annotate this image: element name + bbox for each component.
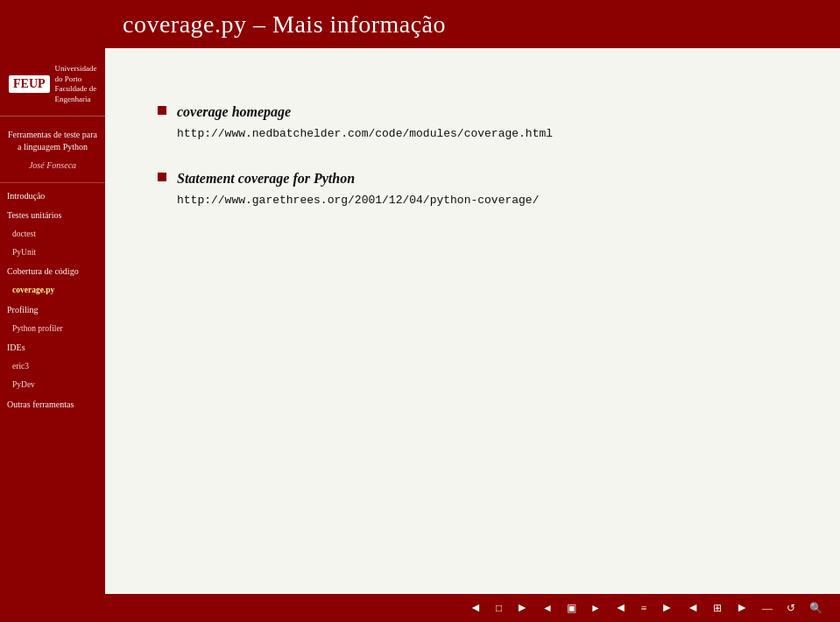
bullet-icon xyxy=(158,173,166,181)
sidebar-item-pydev[interactable]: PyDev xyxy=(0,376,105,394)
bullet-title-1: coverage homepage xyxy=(177,104,291,119)
sidebar: FEUP Universidadedo PortoFaculdade deEng… xyxy=(0,48,105,594)
nav-next-icon: ► xyxy=(660,601,673,615)
bullet-content-1: coverage homepage http://www.nedbatcheld… xyxy=(177,101,553,143)
nav-prev-prev-icon: ◄ xyxy=(469,601,482,615)
nav-reset[interactable]: ↺ xyxy=(783,600,799,617)
sidebar-item-pyunit[interactable]: PyUnit xyxy=(0,244,105,262)
nav-frame-icon[interactable]: ▣ xyxy=(563,600,580,617)
logo-box: FEUP xyxy=(9,75,50,93)
nav-next-next[interactable]: ► xyxy=(512,599,532,617)
sidebar-item-outras[interactable]: Outras ferramentas xyxy=(0,395,105,414)
nav-prev2-icon: ◄ xyxy=(687,601,699,615)
list-item: coverage homepage http://www.nedbatcheld… xyxy=(158,101,787,143)
sidebar-item-cobertura[interactable]: Cobertura de código xyxy=(0,262,105,281)
sidebar-item-intro[interactable]: Introdução xyxy=(0,187,105,206)
nav-dash: — xyxy=(759,600,776,617)
nav-prev-icon: ◄ xyxy=(615,601,627,615)
sidebar-item-python-profiler[interactable]: Python profiler xyxy=(0,320,105,338)
dash-icon: — xyxy=(762,602,773,615)
bullet-icon xyxy=(158,106,166,115)
frame-icon: ▣ xyxy=(567,602,576,615)
bullet-list: coverage homepage http://www.nedbatcheld… xyxy=(158,101,787,210)
sidebar-divider xyxy=(0,182,105,183)
sidebar-item-ides[interactable]: IDEs xyxy=(0,338,105,357)
sidebar-item-profiling[interactable]: Profiling xyxy=(0,300,105,320)
sidebar-author: José Fonseca xyxy=(0,159,105,179)
nav-next-next-icon: ► xyxy=(516,601,528,615)
nav-sep1: ◄ xyxy=(539,600,556,617)
nav-prev2[interactable]: ◄ xyxy=(683,599,702,617)
box-icon: □ xyxy=(496,602,502,615)
logo-area: FEUP Universidadedo PortoFaculdade deEng… xyxy=(0,57,105,117)
nav-search[interactable]: 🔍 xyxy=(806,600,826,617)
cols-icon: ⊞ xyxy=(713,602,722,615)
content-area: coverage homepage http://www.nedbatcheld… xyxy=(105,48,840,594)
sidebar-item-coverage[interactable]: coverage.py xyxy=(0,281,105,300)
search-icon: 🔍 xyxy=(809,602,822,615)
reset-icon: ↺ xyxy=(787,602,795,615)
sidebar-subtitle: Ferramentas de teste para a linguagem Py… xyxy=(0,124,105,159)
header: coverage.py – Mais informação xyxy=(0,0,840,48)
bottom-bar: ◄ □ ► ◄ ▣ ► ◄ ≡ ► ◄ ⊞ ► — ↺ 🔍 xyxy=(0,594,840,622)
bullet-content-2: Statement coverage for Python http://www… xyxy=(177,167,539,209)
sidebar-item-doctest[interactable]: doctest xyxy=(0,225,105,244)
university-text: Universidadedo PortoFaculdade deEngenhar… xyxy=(55,64,97,105)
nav-cols-icon[interactable]: ⊞ xyxy=(709,600,725,617)
bullet-title-2: Statement coverage for Python xyxy=(177,171,355,186)
page-title: coverage.py – Mais informação xyxy=(123,11,446,39)
nav-next2[interactable]: ► xyxy=(732,599,752,617)
sidebar-item-testes[interactable]: Testes unitários xyxy=(0,206,105,225)
bullet-url-1[interactable]: http://www.nedbatchelder.com/code/module… xyxy=(177,125,553,144)
nav-sep2: ► xyxy=(587,600,604,617)
logo-text: FEUP xyxy=(13,77,46,90)
list-item: Statement coverage for Python http://www… xyxy=(158,167,787,209)
bullet-url-2[interactable]: http://www.garethrees.org/2001/12/04/pyt… xyxy=(177,192,539,210)
main-layout: FEUP Universidadedo PortoFaculdade deEng… xyxy=(0,48,840,594)
nav-next[interactable]: ► xyxy=(657,599,676,617)
nav-prev-prev[interactable]: ◄ xyxy=(466,599,485,617)
nav-next2-icon: ► xyxy=(736,601,748,615)
nav-prev[interactable]: ◄ xyxy=(611,599,631,617)
nav-box-icon[interactable]: □ xyxy=(492,600,505,617)
list-icon: ≡ xyxy=(641,602,647,615)
nav-list-icon[interactable]: ≡ xyxy=(638,600,651,617)
sidebar-item-eric3[interactable]: eric3 xyxy=(0,357,105,376)
